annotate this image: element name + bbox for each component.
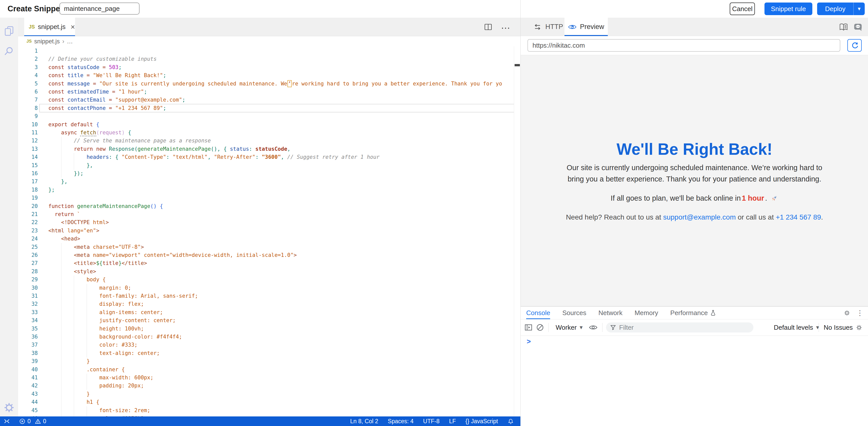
code-line[interactable]: 16 }); — [18, 169, 520, 178]
cursor-position[interactable]: Ln 8, Col 2 — [350, 418, 378, 425]
editor-scrollbar[interactable] — [514, 47, 520, 417]
live-expression-eye-icon[interactable] — [589, 319, 597, 336]
code-line[interactable]: 40 .container { — [18, 366, 520, 374]
code-line[interactable]: 37 color: #333; — [18, 341, 520, 349]
tab-memory[interactable]: Memory — [634, 307, 658, 319]
log-levels-selector[interactable]: Default levels ▼ — [774, 319, 820, 336]
code-line[interactable]: 41 max-width: 600px; — [18, 374, 520, 382]
code-line[interactable]: 46 color: #0056b3; — [18, 415, 520, 417]
notifications-bell-icon[interactable] — [507, 418, 514, 425]
code-text: return new Response(generateMaintenanceP… — [49, 145, 290, 153]
code-line[interactable]: 7const contactEmail = "support@example.c… — [18, 96, 520, 104]
code-line[interactable]: 13 return new Response(generateMaintenan… — [18, 145, 520, 153]
tab-sources[interactable]: Sources — [562, 307, 586, 319]
code-line[interactable]: 34 justify-content: center; — [18, 316, 520, 325]
code-line[interactable]: 32 display: flex; — [18, 300, 520, 308]
code-line[interactable]: 22 <!DOCTYPE html> — [18, 218, 520, 227]
code-line[interactable]: 5const message = "Our site is currently … — [18, 80, 520, 88]
code-line[interactable]: 45 font-size: 2rem; — [18, 406, 520, 415]
code-line[interactable]: 9 — [18, 112, 520, 120]
code-line[interactable]: 19 — [18, 194, 520, 202]
remote-indicator-icon[interactable] — [3, 418, 10, 424]
code-line[interactable]: 24 <head> — [18, 235, 520, 243]
chat-feedback-icon[interactable] — [854, 23, 863, 31]
tab-snippet-js[interactable]: JS snippet.js × — [24, 18, 75, 36]
line-number: 46 — [18, 415, 38, 417]
phone-link[interactable]: +1 234 567 89 — [776, 213, 821, 221]
devtools-menu-icon[interactable]: ⋮ — [857, 310, 864, 317]
url-input[interactable]: https://nikitac.com — [527, 39, 840, 52]
problems-indicator[interactable]: 0 0 — [19, 418, 46, 425]
code-line[interactable]: 39 } — [18, 357, 520, 366]
code-line[interactable]: 23<html lang="en"> — [18, 227, 520, 235]
split-editor-icon[interactable] — [484, 23, 492, 31]
code-line[interactable]: 2// Define your customizable inputs — [18, 55, 520, 63]
breadcrumb-symbol[interactable]: … — [67, 38, 73, 45]
issues-counter[interactable]: No Issues — [824, 319, 853, 336]
console-settings-icon[interactable] — [856, 319, 863, 336]
execution-context-selector[interactable]: Worker ▼ — [556, 319, 584, 336]
code-line[interactable]: 36 background-color: #f4f4f4; — [18, 333, 520, 341]
settings-gear-icon[interactable] — [3, 402, 15, 414]
code-text: font-size: 2rem; — [49, 406, 150, 415]
tab-http[interactable]: HTTP — [533, 18, 563, 36]
code-line[interactable]: 20function generateMaintenancePage() { — [18, 202, 520, 210]
breadcrumb-file[interactable]: snippet.js — [34, 38, 60, 45]
console-sidebar-icon[interactable] — [525, 319, 532, 336]
console-prompt[interactable]: > — [527, 338, 531, 346]
tab-network[interactable]: Network — [598, 307, 622, 319]
code-line[interactable]: 3const statusCode = 503; — [18, 63, 520, 72]
code-line[interactable]: 26 <meta name="viewport" content="width=… — [18, 251, 520, 259]
code-line[interactable]: 14 headers: { "Content-Type": "text/html… — [18, 153, 520, 161]
code-line[interactable]: 42 padding: 20px; — [18, 381, 520, 390]
line-number: 3 — [18, 63, 38, 71]
code-line[interactable]: 4const title = "We'll Be Right Back!"; — [18, 71, 520, 80]
tab-performance[interactable]: Performance — [670, 307, 716, 319]
code-editor[interactable]: 12// Define your customizable inputs3con… — [18, 47, 520, 417]
code-text: height: 100vh; — [49, 325, 144, 333]
code-line[interactable]: 10export default { — [18, 120, 520, 129]
docs-book-icon[interactable] — [839, 23, 848, 31]
search-icon[interactable] — [3, 46, 15, 57]
tab-preview[interactable]: Preview — [564, 18, 608, 36]
clear-console-icon[interactable] — [536, 319, 544, 336]
files-icon[interactable] — [3, 25, 15, 37]
activity-bar — [0, 18, 19, 417]
code-line[interactable]: 29 body { — [18, 276, 520, 284]
code-line[interactable]: 6const estimatedTime = "1 hour"; — [18, 88, 520, 96]
console-filter-input[interactable]: Filter — [606, 322, 753, 333]
support-email-link[interactable]: support@example.com — [663, 213, 736, 221]
code-line[interactable]: 1 — [18, 47, 520, 55]
code-line[interactable]: 15 }, — [18, 161, 520, 170]
code-line[interactable]: 35 height: 100vh; — [18, 325, 520, 333]
code-line[interactable]: 44 h1 { — [18, 398, 520, 406]
snippet-name-input[interactable]: maintenance_page — [59, 2, 140, 15]
code-line[interactable]: 27 <title>${title}</title> — [18, 259, 520, 267]
code-line[interactable]: 25 <meta charset="UTF-8"> — [18, 243, 520, 251]
code-line[interactable]: 43 } — [18, 390, 520, 398]
code-line[interactable]: 31 font-family: Arial, sans-serif; — [18, 292, 520, 300]
devtools-settings-icon[interactable] — [843, 310, 850, 316]
code-text: <head> — [49, 235, 80, 243]
more-actions-icon[interactable]: … — [501, 21, 510, 33]
encoding[interactable]: UTF-8 — [423, 418, 439, 425]
indentation[interactable]: Spaces: 4 — [388, 418, 413, 425]
tab-console[interactable]: Console — [526, 307, 550, 319]
code-line[interactable]: 18}; — [18, 186, 520, 194]
code-line[interactable]: 33 align-items: center; — [18, 308, 520, 317]
code-line[interactable]: 38 text-align: center; — [18, 349, 520, 358]
code-line[interactable]: 8const contactPhone = "+1 234 567 89"; — [18, 104, 520, 112]
code-line[interactable]: 11 async fetch(request) { — [18, 129, 520, 137]
language-mode[interactable]: {} JavaScript — [465, 418, 498, 425]
scrollbar-thumb[interactable] — [515, 64, 520, 66]
console-messages[interactable]: > — [521, 336, 868, 426]
code-line[interactable]: 17 }, — [18, 177, 520, 186]
code-line[interactable]: 12 // Serve the maintenance page as a re… — [18, 137, 520, 145]
eol-type[interactable]: LF — [449, 418, 456, 425]
code-line[interactable]: 21 return ` — [18, 210, 520, 219]
code-line[interactable]: 28 <style> — [18, 267, 520, 276]
close-tab-icon[interactable]: × — [70, 23, 75, 31]
reload-button[interactable] — [847, 39, 862, 52]
code-line[interactable]: 30 margin: 0; — [18, 284, 520, 292]
line-number: 34 — [18, 316, 38, 324]
